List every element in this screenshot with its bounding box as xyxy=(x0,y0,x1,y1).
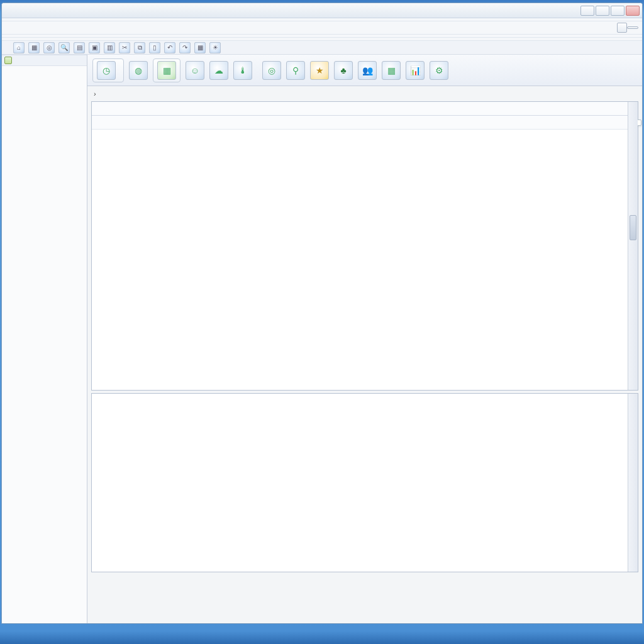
tb-star-icon[interactable]: ★ xyxy=(310,61,329,80)
ts-print-icon[interactable]: ▥ xyxy=(104,42,115,53)
tb-group-2: ▦ xyxy=(153,58,180,82)
ts-save-icon[interactable]: ▣ xyxy=(89,42,100,53)
sidebar-group-header[interactable] xyxy=(2,55,87,66)
charts-wrap: › xyxy=(87,86,642,623)
scrollbar-top[interactable] xyxy=(628,102,638,390)
scrollbar-bottom[interactable] xyxy=(628,394,638,572)
tb-group-info: ◷ xyxy=(92,58,124,82)
titlebar xyxy=(2,3,642,18)
tb-green-icon[interactable]: ▦ xyxy=(157,61,176,80)
close-button[interactable] xyxy=(626,6,640,16)
window-controls xyxy=(580,6,640,16)
chart-panel-bottom xyxy=(91,393,638,572)
restore-button[interactable] xyxy=(611,6,625,16)
chart-panel-top xyxy=(91,101,638,391)
tb-thermo-icon[interactable]: 🌡 xyxy=(233,61,252,80)
ts-cut-icon[interactable]: ✂ xyxy=(119,42,130,53)
ts-doc-icon[interactable]: ▤ xyxy=(74,42,85,53)
ts-home-icon[interactable]: ⌂ xyxy=(13,42,25,53)
toolbar-small: ⌂ ▦ ◎ 🔍 ▤ ▣ ▥ ✂ ⧉ ▯ ↶ ↷ ▦ ☀ xyxy=(2,41,642,55)
scroll-thumb[interactable] xyxy=(630,215,636,240)
info-line-2 xyxy=(2,21,642,35)
ts-sun-icon[interactable]: ☀ xyxy=(209,42,221,53)
ts-search-icon[interactable]: 🔍 xyxy=(58,42,70,53)
info-square-icon[interactable] xyxy=(617,23,627,33)
folder-green-icon xyxy=(4,57,12,64)
tb-globe-icon[interactable]: ◍ xyxy=(129,61,148,80)
tb-table-icon[interactable]: ▦ xyxy=(382,61,401,80)
sidebar xyxy=(2,55,87,623)
plot-area-top[interactable] xyxy=(122,121,628,367)
clock-icon[interactable]: ◷ xyxy=(97,61,116,80)
ts-globe-icon[interactable]: ◎ xyxy=(43,42,55,53)
y-ticks-bottom xyxy=(94,400,119,554)
tb-pin-icon[interactable]: ⚲ xyxy=(286,61,305,80)
tb-people-icon[interactable]: 👥 xyxy=(358,61,377,80)
tb-gear-icon[interactable]: ⚙ xyxy=(430,61,448,80)
ts-copy-icon[interactable]: ⧉ xyxy=(134,42,145,53)
tb-tree-icon[interactable]: ♣ xyxy=(334,61,353,80)
content-area: ◷ ◍ ▦ ☺ ☁ 🌡 ◎ ⚲ ★ ♣ 👥 xyxy=(87,55,642,623)
tb-chart-icon[interactable]: 📊 xyxy=(406,61,425,80)
maximize-button[interactable] xyxy=(596,6,609,16)
toolbar-big: ◷ ◍ ▦ ☺ ☁ 🌡 ◎ ⚲ ★ ♣ 👥 xyxy=(87,55,642,86)
plot-area-bottom[interactable] xyxy=(122,400,628,554)
ts-paste-icon[interactable]: ▯ xyxy=(149,42,160,53)
main-area: ◷ ◍ ▦ ☺ ☁ 🌡 ◎ ⚲ ★ ♣ 👥 xyxy=(2,55,642,623)
ts-folder-icon[interactable]: ▦ xyxy=(28,42,40,53)
ts-redo-icon[interactable]: ↷ xyxy=(179,42,191,53)
app-window: ⌂ ▦ ◎ 🔍 ▤ ▣ ▥ ✂ ⧉ ▯ ↶ ↷ ▦ ☀ ◷ xyxy=(1,3,643,624)
back-button[interactable] xyxy=(627,26,638,29)
ts-grid-icon[interactable]: ▦ xyxy=(194,42,206,53)
panel-top-toolbar xyxy=(92,102,638,116)
tb-cloud-icon[interactable]: ☁ xyxy=(209,61,228,80)
y-ticks-top xyxy=(94,121,119,367)
tb-cd-icon[interactable]: ◎ xyxy=(262,61,281,80)
chart-header: › xyxy=(91,89,638,99)
minimize-button[interactable] xyxy=(580,6,594,16)
ts-undo-icon[interactable]: ↶ xyxy=(164,42,175,53)
tb-user-icon[interactable]: ☺ xyxy=(186,61,204,80)
